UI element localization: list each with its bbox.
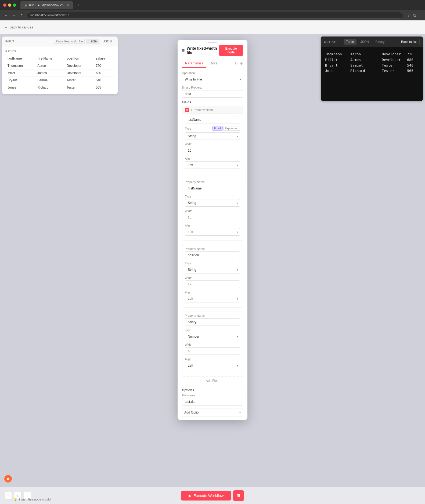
- lightbulb-icon: 💡: [13, 498, 17, 501]
- tab-close-icon[interactable]: ✕: [67, 4, 69, 7]
- execute-workflow-icon: ▶: [189, 494, 192, 498]
- wish-node: 💡 I wish this node would...: [13, 498, 53, 501]
- address-text: localhost:5678/workflow/37: [30, 13, 69, 17]
- expression-btn-1[interactable]: Expression: [223, 126, 240, 131]
- type-select-3[interactable]: String: [185, 266, 240, 273]
- width-label-3: Width: [185, 276, 240, 279]
- modal-dialog: ⊞ Write fixed-width file Execute node Pa…: [178, 40, 247, 420]
- binary-property-input[interactable]: [182, 90, 243, 98]
- align-select-2[interactable]: Left: [185, 228, 240, 236]
- property-name-label-3: Property Name: [185, 247, 240, 250]
- modal-title-icon: ⊞: [182, 49, 185, 52]
- new-tab-button[interactable]: +: [75, 3, 82, 8]
- file-name-input[interactable]: [182, 398, 243, 406]
- nav-refresh-button[interactable]: ↻: [19, 13, 25, 18]
- field-delete-button-1[interactable]: ✕: [185, 108, 189, 112]
- field-name-label-1: Property Name: [194, 108, 240, 111]
- type-select-2[interactable]: String: [185, 199, 240, 207]
- width-label-2: Width: [185, 209, 240, 213]
- operation-group: Operation Write to File: [182, 71, 243, 83]
- type-select-1[interactable]: String: [185, 132, 240, 140]
- extensions-icon[interactable]: ⧉: [413, 13, 416, 18]
- width-label-1: Width: [185, 143, 240, 146]
- align-select-1[interactable]: Left: [185, 161, 240, 169]
- operation-select[interactable]: Write to File: [182, 76, 243, 83]
- field-card-1: ✕ ▾ Property Name Type ⋮: [182, 106, 243, 174]
- options-section-title: Options: [182, 388, 243, 392]
- execute-workflow-label: Execute Workflow: [194, 494, 224, 498]
- file-name-label: File Name: [182, 394, 243, 397]
- modal-title-text: Write fixed-width file: [187, 46, 219, 55]
- bottom-bar: ⊡ + − ▶ Execute Workflow 🗑 💡 I wish this…: [0, 487, 425, 504]
- top-bar: ← Back to canvas: [0, 20, 425, 34]
- fixed-expr-toggle-1: Fixed Expression: [212, 126, 240, 131]
- canvas-area: INPUT Parse fixed width file Table JSON …: [0, 34, 425, 487]
- menu-icon[interactable]: ⋮: [418, 13, 422, 18]
- width-input-1[interactable]: [185, 147, 240, 154]
- type-label-3: Type: [185, 262, 240, 265]
- align-label-1: Align: [185, 157, 240, 160]
- property-name-input-3[interactable]: [185, 251, 240, 259]
- modal-settings-icon[interactable]: ⚙: [240, 61, 243, 65]
- dots-icon-1: ⋮: [207, 127, 211, 130]
- fields-section: Fields ✕ ▾ Property Name: [182, 100, 243, 385]
- binary-property-label: Binary Property: [182, 86, 243, 89]
- align-label-2: Align: [185, 224, 240, 227]
- traffic-light-red[interactable]: [3, 3, 6, 7]
- modal-overlay: ⊞ Write fixed-width file Execute node Pa…: [0, 34, 425, 487]
- options-section: Options File Name Add Option ▾: [182, 388, 243, 417]
- delete-button[interactable]: 🗑: [233, 490, 244, 501]
- add-option-label: Add Option: [184, 411, 200, 414]
- fixed-btn-1[interactable]: Fixed: [212, 126, 222, 131]
- field-chevron-1[interactable]: ▾: [191, 108, 192, 111]
- width-label-4: Width: [185, 343, 240, 346]
- nav-back-button[interactable]: ←: [3, 13, 9, 18]
- add-option-chevron-icon: ▾: [239, 411, 241, 414]
- type-label-2: Type: [185, 195, 240, 198]
- traffic-lights: [3, 3, 16, 7]
- modal-handle[interactable]: [178, 40, 247, 45]
- handle-bar: [208, 42, 217, 43]
- field-card-2: Property Name Type String: [182, 178, 243, 241]
- wish-node-text: I wish this node would...: [19, 498, 53, 501]
- width-input-2[interactable]: [185, 214, 240, 221]
- type-label-4: Type: [185, 328, 240, 332]
- canvas-fit-button[interactable]: ⊡: [4, 492, 12, 499]
- property-name-input-4[interactable]: [185, 318, 240, 326]
- traffic-light-yellow[interactable]: [8, 3, 11, 7]
- modal-tab-docs[interactable]: Docs: [206, 59, 221, 68]
- nav-forward-button[interactable]: →: [11, 13, 17, 18]
- modal-refresh-icon[interactable]: ↻: [235, 61, 238, 65]
- width-input-3[interactable]: [185, 280, 240, 288]
- tab-title: n8n - ► My workflow 25: [29, 3, 64, 7]
- modal-tab-parameters[interactable]: Parameters: [182, 59, 206, 68]
- align-select-3[interactable]: Left: [185, 295, 240, 302]
- property-name-input-2[interactable]: [185, 185, 240, 192]
- field-card-4: Property Name Type Number: [182, 312, 243, 374]
- type-label-1: Type: [185, 127, 206, 130]
- back-to-canvas-label: Back to canvas: [9, 25, 33, 29]
- operation-label: Operation: [182, 71, 243, 75]
- binary-property-group: Binary Property: [182, 86, 243, 98]
- modal-title: ⊞ Write fixed-width file: [182, 46, 219, 55]
- property-name-label-4: Property Name: [185, 314, 240, 317]
- address-bar[interactable]: localhost:5678/workflow/37: [27, 12, 403, 19]
- execute-workflow-button[interactable]: ▶ Execute Workflow: [181, 491, 231, 501]
- fields-section-title: Fields: [182, 100, 243, 104]
- modal-body: Operation Write to File Binary Property: [178, 68, 247, 420]
- bookmark-icon[interactable]: ☆: [408, 13, 411, 18]
- align-label-4: Align: [185, 357, 240, 361]
- align-select-4[interactable]: Left: [185, 362, 240, 369]
- add-field-button[interactable]: Add Field: [182, 377, 243, 385]
- width-input-4[interactable]: [185, 347, 240, 355]
- property-name-input-1[interactable]: [185, 116, 240, 123]
- type-select-4[interactable]: Number: [185, 333, 240, 340]
- back-to-canvas-button[interactable]: ← Back to canvas: [4, 25, 33, 29]
- browser-tab[interactable]: ⚡ n8n - ► My workflow 25 ✕: [20, 1, 73, 9]
- align-label-3: Align: [185, 291, 240, 294]
- execute-node-button[interactable]: Execute node: [219, 45, 243, 56]
- traffic-light-green[interactable]: [13, 3, 16, 7]
- field-card-3: Property Name Type String: [182, 245, 243, 308]
- add-option-button[interactable]: Add Option ▾: [182, 408, 243, 417]
- property-name-label-2: Property Name: [185, 180, 240, 184]
